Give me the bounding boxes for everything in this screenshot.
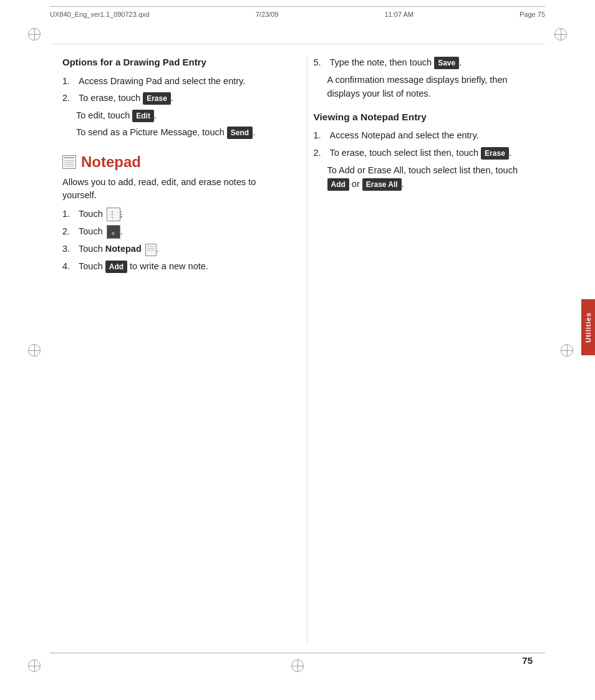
send-button[interactable]: Send — [227, 127, 253, 139]
viewing-step-1-text: Access Notepad and select the entry. — [330, 129, 533, 143]
viewing-step-1-num: 1. — [314, 129, 327, 143]
notepad-step-4: 4. Touch Add to write a new note. — [62, 260, 282, 274]
right-step-5-num: 5. — [314, 56, 327, 70]
notepad-description: Allows you to add, read, edit, and erase… — [62, 176, 282, 203]
sub-step-send: To send as a Picture Message, touch Send… — [76, 126, 282, 140]
notepad-step-1-text: Touch . — [79, 208, 282, 221]
viewing-title: Viewing a Notepad Entry — [314, 112, 533, 123]
step-2-text: To erase, touch Erase. — [79, 92, 282, 105]
add-button-1[interactable]: Add — [105, 261, 127, 273]
camera-icon — [107, 225, 120, 239]
utilities-label: Utilities — [584, 312, 592, 343]
registration-mark-rm — [561, 344, 573, 357]
header-page: Page 75 — [520, 11, 545, 18]
header-filename: UX840_Eng_ver1.1_090723.qxd — [50, 11, 150, 18]
utilities-tab: Utilities — [581, 299, 595, 355]
notepad-step-2-num: 2. — [62, 225, 76, 239]
notepad-step-3: 3. Touch Notepad . — [62, 242, 282, 256]
notepad-section-icon — [62, 155, 76, 169]
header-time: 11:07 AM — [384, 11, 413, 18]
notepad-step-2: 2. Touch . — [62, 225, 282, 239]
left-column: Options for a Drawing Pad Entry 1. Acces… — [62, 56, 288, 644]
viewing-sub-step: To Add or Erase All, touch select list t… — [327, 164, 533, 191]
header-bar: UX840_Eng_ver1.1_090723.qxd 7/23/09 11:0… — [50, 6, 545, 18]
step-1: 1. Access Drawing Pad and select the ent… — [62, 75, 282, 89]
right-step-5: 5. Type the note, then touch Save. — [314, 56, 533, 70]
notepad-step-2-text: Touch . — [79, 225, 282, 239]
registration-mark-tl — [28, 28, 41, 41]
erase-button-2[interactable]: Erase — [481, 147, 509, 160]
step5-note: A confirmation message displays briefly,… — [327, 74, 533, 101]
erase-button-1[interactable]: Erase — [143, 92, 171, 105]
apps-icon — [107, 208, 120, 221]
edit-button[interactable]: Edit — [132, 110, 154, 122]
save-button[interactable]: Save — [434, 57, 459, 69]
notepad-heading: Notepad — [62, 153, 282, 171]
content-area: Options for a Drawing Pad Entry 1. Acces… — [62, 56, 533, 644]
right-step-5-text: Type the note, then touch Save. — [330, 56, 533, 70]
step-1-num: 1. — [62, 75, 76, 89]
right-column: 5. Type the note, then touch Save. A con… — [307, 56, 533, 644]
header-date: 7/23/09 — [256, 11, 279, 18]
registration-mark-bm — [291, 659, 304, 672]
registration-mark-lm — [28, 344, 41, 357]
notepad-file-icon — [145, 244, 157, 256]
registration-mark-tr — [554, 28, 567, 41]
notepad-step-1-num: 1. — [62, 208, 76, 221]
notepad-step-4-num: 4. — [62, 260, 76, 274]
notepad-step-1: 1. Touch . — [62, 208, 282, 221]
step-2-num: 2. — [62, 92, 76, 105]
notepad-step-3-text: Touch Notepad . — [79, 242, 282, 256]
viewing-step-1: 1. Access Notepad and select the entry. — [314, 129, 533, 143]
step-2: 2. To erase, touch Erase. — [62, 92, 282, 105]
notepad-step-3-num: 3. — [62, 242, 76, 256]
notepad-section-title: Notepad — [81, 153, 141, 171]
sub-step-edit: To edit, touch Edit. — [76, 109, 282, 123]
bottom-divider — [50, 653, 545, 653]
page-number: 75 — [522, 655, 533, 666]
viewing-step-2: 2. To erase, touch select list then, tou… — [314, 146, 533, 160]
step-1-text: Access Drawing Pad and select the entry. — [79, 75, 282, 89]
viewing-step-2-num: 2. — [314, 146, 327, 160]
viewing-step-2-text: To erase, touch select list then, touch … — [330, 146, 533, 160]
erase-all-button[interactable]: Erase All — [362, 178, 402, 191]
registration-mark-bl — [28, 659, 41, 672]
top-divider — [50, 44, 545, 44]
drawing-pad-title: Options for a Drawing Pad Entry — [62, 56, 282, 69]
add-button-2[interactable]: Add — [327, 178, 349, 191]
notepad-step-4-text: Touch Add to write a new note. — [79, 260, 282, 274]
